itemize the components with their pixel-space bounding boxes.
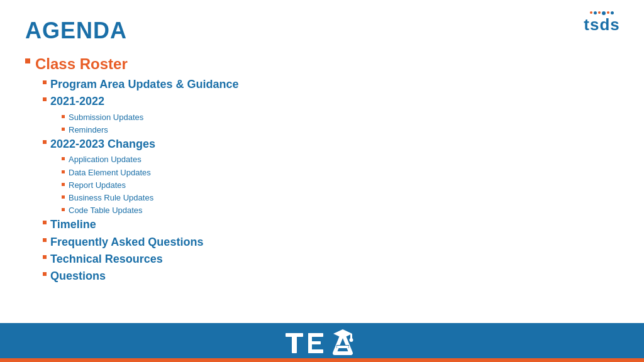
svg-rect-3 <box>308 333 323 337</box>
bullet-submission-updates <box>62 115 65 118</box>
program-area-label: Program Area Updates & Guidance <box>50 77 238 92</box>
code-table-updates-label: Code Table Updates <box>69 205 143 216</box>
questions-label: Questions <box>50 269 106 283</box>
level3-application-updates: Application Updates <box>62 154 619 165</box>
content-area: tsds AGENDA Class Roster Program Area Up… <box>0 0 644 323</box>
level3-reminders: Reminders <box>62 124 619 136</box>
level2-2021-2022: 2021-2022 <box>43 94 619 109</box>
bullet-application-updates <box>62 157 65 160</box>
bullet-technical-resources <box>43 255 47 259</box>
bullet-questions <box>43 272 47 276</box>
page-title: AGENDA <box>25 18 619 44</box>
agenda-list: Class Roster Program Area Updates & Guid… <box>25 55 619 284</box>
dot2 <box>594 11 597 14</box>
level2-faq: Frequently Asked Questions <box>43 235 619 250</box>
bullet-timeline <box>43 221 47 224</box>
tea-svg-logo <box>284 328 360 357</box>
dot3 <box>598 11 601 14</box>
reminders-label: Reminders <box>69 124 108 136</box>
svg-rect-5 <box>308 349 323 353</box>
application-updates-label: Application Updates <box>69 154 142 165</box>
technical-resources-label: Technical Resources <box>50 252 163 266</box>
faq-label: Frequently Asked Questions <box>50 235 203 250</box>
bullet-program-area <box>43 80 47 84</box>
level1-class-roster: Class Roster <box>25 55 619 74</box>
bullet-2022-2023 <box>43 140 47 144</box>
level3-business-rule-updates: Business Rule Updates <box>62 192 619 204</box>
class-roster-label: Class Roster <box>35 55 128 74</box>
tsds-logo: tsds <box>580 11 624 43</box>
level2-list: Program Area Updates & Guidance 2021-202… <box>25 77 619 284</box>
dot6 <box>611 11 614 14</box>
bullet-report-updates <box>62 183 65 186</box>
level2-program-area: Program Area Updates & Guidance <box>43 77 619 92</box>
dot1 <box>590 11 592 14</box>
tsds-text-label: tsds <box>584 16 619 33</box>
bullet-data-element-updates <box>62 170 65 173</box>
bullet-business-rule-updates <box>62 195 65 199</box>
label-2022-2023: 2022-2023 Changes <box>50 137 155 151</box>
submission-updates-label: Submission Updates <box>69 112 143 123</box>
level2-technical-resources: Technical Resources <box>43 252 619 266</box>
label-2021-2022: 2021-2022 <box>50 94 104 109</box>
bullet-2021-2022 <box>43 97 47 101</box>
bullet-class-roster <box>25 58 30 63</box>
level2-questions: Questions <box>43 269 619 283</box>
level3-list-2021: Submission Updates Reminders <box>43 112 619 136</box>
svg-marker-9 <box>333 329 352 338</box>
timeline-label: Timeline <box>50 217 96 232</box>
svg-rect-4 <box>308 341 321 344</box>
bullet-reminders <box>62 128 65 131</box>
svg-rect-1 <box>292 333 297 353</box>
report-updates-label: Report Updates <box>69 180 126 191</box>
data-element-updates-label: Data Element Updates <box>69 167 151 178</box>
level3-submission-updates: Submission Updates <box>62 112 619 123</box>
level3-list-2022: Application Updates Data Element Updates… <box>43 154 619 216</box>
tea-logo <box>284 328 360 357</box>
svg-point-11 <box>350 338 353 342</box>
level3-data-element-updates: Data Element Updates <box>62 167 619 178</box>
dot5 <box>607 11 609 14</box>
level2-2022-2023: 2022-2023 Changes <box>43 137 619 151</box>
bullet-code-table-updates <box>62 208 65 211</box>
footer-bar <box>0 323 644 362</box>
bullet-faq <box>43 238 47 242</box>
slide: tsds AGENDA Class Roster Program Area Up… <box>0 0 644 362</box>
business-rule-updates-label: Business Rule Updates <box>69 192 153 204</box>
svg-rect-8 <box>337 346 349 348</box>
level3-code-table-updates: Code Table Updates <box>62 205 619 216</box>
level2-timeline: Timeline <box>43 217 619 232</box>
level3-report-updates: Report Updates <box>62 180 619 191</box>
